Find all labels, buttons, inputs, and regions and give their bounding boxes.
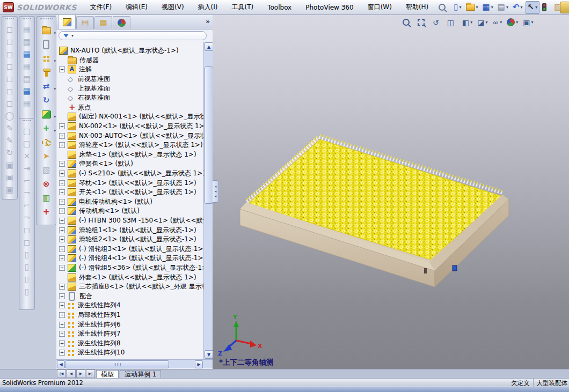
expand-toggle[interactable]: + <box>59 331 65 337</box>
save-button[interactable]: ▦ ▾ <box>481 2 495 13</box>
scroll-left-button[interactable]: ◀ <box>57 360 65 368</box>
tree-item[interactable]: + 派生线性阵列8 <box>56 338 203 348</box>
extend-tool-button[interactable]: ⇥ <box>19 162 34 175</box>
zoom-to-area-button[interactable]: ▾ <box>417 17 429 28</box>
view-tool-2-button[interactable]: ◻ <box>2 36 17 48</box>
scrollbar-thumb[interactable] <box>65 360 169 368</box>
search-icon[interactable] <box>439 4 446 11</box>
expand-toggle[interactable]: + <box>59 66 65 72</box>
scrollbar-thumb[interactable] <box>205 66 213 204</box>
tree-item[interactable]: + 原点 <box>56 103 203 113</box>
tree-item[interactable]: + 滑轮组1<1> (默认<默认_显示状态-1>) <box>56 225 203 235</box>
align-bottom-button[interactable]: ¬ <box>19 212 34 224</box>
assembly-visualization-button[interactable]: ▥ ▾ <box>37 191 56 205</box>
featuremanager-tab[interactable] <box>58 14 76 29</box>
tree-item[interactable]: + 派生线性阵列10 <box>56 348 203 358</box>
tree-item[interactable]: + (-) HTBN 300 S3M -150<1> (默认<<默认>_外 <box>56 216 203 226</box>
select-button[interactable]: ↖ ▾ <box>526 1 540 14</box>
space-evenly-1-button[interactable]: ◻ <box>19 224 34 236</box>
view-tool-5-button[interactable]: ◻ <box>2 73 17 85</box>
select-tool-1-button[interactable]: ▢ <box>19 125 34 138</box>
last-tab-button[interactable]: ▶| <box>86 369 95 378</box>
tree-item[interactable]: + 电机传动机构<1> (默认) <box>56 197 203 207</box>
design-table-button[interactable]: ▦ <box>19 24 34 36</box>
excel-bom-button[interactable]: ▦ <box>19 85 34 98</box>
view-tool-6-button[interactable]: ◻ <box>2 85 17 98</box>
scroll-right-button[interactable]: ▶ <box>195 360 203 368</box>
next-tab-button[interactable]: ▶ <box>76 369 85 378</box>
menu-item[interactable]: 编辑(E) <box>119 3 155 12</box>
expand-toggle[interactable]: + <box>59 180 65 186</box>
mirror-entities-button[interactable]: ▣ <box>2 159 17 172</box>
bom-table-button[interactable]: ▦ <box>19 48 34 61</box>
toolbar-grip[interactable] <box>23 120 31 124</box>
tree-item[interactable]: + (-) 滑轮组3<1> (默认<默认_显示状态-1>) <box>56 244 203 254</box>
select-tool-2-button[interactable]: ▢ <box>19 138 34 150</box>
expand-toggle[interactable]: + <box>59 322 65 328</box>
tree-item[interactable]: + 滑轮座<1> (默认<<默认>_显示状态 1>) <box>56 140 203 150</box>
propertymanager-tab[interactable]: ▤ <box>76 16 94 29</box>
menu-item[interactable]: PhotoView 360 <box>298 4 360 11</box>
tree-item[interactable]: + 弹簧包<1> (默认) <box>56 159 203 169</box>
align-pair-3-button[interactable]: ▯ <box>19 273 34 286</box>
expand-toggle[interactable]: + <box>59 123 65 129</box>
edit-appearance-button[interactable]: ▾ <box>506 17 519 28</box>
expand-toggle[interactable]: + <box>59 171 65 176</box>
pattern-entities-button[interactable]: ▣ <box>2 172 17 184</box>
expand-toggle[interactable]: + <box>59 199 65 205</box>
expand-toggle[interactable]: + <box>59 133 65 139</box>
scroll-down-button[interactable]: ▼ <box>205 350 213 359</box>
new-motion-study-button[interactable]: ▾ <box>37 135 56 149</box>
toolbar-grip[interactable] <box>23 18 31 22</box>
apply-scene-button[interactable]: ▣ ▾ <box>522 17 534 28</box>
expand-toggle[interactable]: + <box>59 284 65 290</box>
menu-item[interactable]: 窗口(W) <box>361 3 399 12</box>
expand-toggle[interactable]: + <box>59 302 65 308</box>
interference-detection-button[interactable]: ⊗ ▾ <box>37 177 56 191</box>
tree-item[interactable]: + 外套<1> (默认<<默认>_显示状态 1>) <box>56 272 203 282</box>
hole-table-button[interactable]: ▦ <box>19 36 34 48</box>
mate-button[interactable]: ▾ <box>37 38 56 51</box>
expand-toggle[interactable]: + <box>59 312 65 318</box>
tree-item[interactable]: + 局部线性阵列1 <box>56 310 203 320</box>
tree-item[interactable]: + 右视基准面 <box>56 93 203 103</box>
prev-tab-button[interactable]: ◀ <box>67 369 76 378</box>
menu-item[interactable]: 帮助(H) <box>399 3 435 12</box>
tree-item[interactable]: + 注解 <box>56 65 203 75</box>
menu-item[interactable]: 工具(T) <box>225 3 261 12</box>
smart-fasteners-button[interactable]: ▾ <box>37 65 56 79</box>
menu-item[interactable]: 文件(F) <box>83 3 119 12</box>
first-tab-button[interactable]: |◀ <box>57 369 66 378</box>
hide-show-items-button[interactable]: ∞ ▾ <box>492 17 504 28</box>
expand-toggle[interactable]: + <box>59 236 65 242</box>
tree-item[interactable]: + 前视基准面 <box>56 75 203 84</box>
tree-filter-box[interactable]: ▾ <box>59 31 207 40</box>
tree-item[interactable]: + 琴枕<1> (默认<<默认>_显示状态 1>) <box>56 178 203 188</box>
view-tool-3-button[interactable]: ◻ <box>2 48 17 61</box>
model-tab[interactable]: 模型 <box>96 370 119 379</box>
expand-toggle[interactable]: + <box>59 227 65 233</box>
view-tool-8-button[interactable]: ◯ <box>2 110 17 122</box>
performance-evaluation-button[interactable]: + ▾ <box>37 205 56 219</box>
scroll-up-button[interactable]: ▲ <box>205 42 213 51</box>
trim-tool-button[interactable]: × <box>19 150 34 162</box>
tree-horizontal-scrollbar[interactable]: ◀ ▶ <box>56 359 213 368</box>
status-lights-button[interactable]: ▾ <box>541 2 551 13</box>
expand-toggle[interactable]: + <box>59 255 65 261</box>
tree-item[interactable]: + 传感器 <box>56 56 203 65</box>
weldment-table-button[interactable]: ▦ <box>19 61 34 73</box>
panel-overflow-button[interactable]: » <box>206 18 210 25</box>
tree-item[interactable]: + (固定) NX-001<1> (默认<<默认>_显示状态 1 <box>56 112 203 122</box>
view-tool-7-button[interactable]: ◻ <box>2 98 17 110</box>
display-style-button[interactable]: ◪ ▾ <box>476 17 488 28</box>
power-socket[interactable] <box>453 265 457 271</box>
zoom-to-fit-button[interactable]: ▾ <box>402 17 414 28</box>
tree-item[interactable]: + NX-003-AUTO<1> (默认<<默认>_显示状态 1>) <box>56 131 203 140</box>
show-hidden-components-button[interactable]: ▾ <box>37 107 56 121</box>
move-with-triad-button[interactable]: ➤ ▾ <box>37 149 56 163</box>
tree-item[interactable]: + 上视基准面 <box>56 84 203 93</box>
align-pair-4-button[interactable]: ▯ <box>19 286 34 298</box>
assembly-reference-geometry-button[interactable]: + ▾ <box>37 121 56 135</box>
general-table-button[interactable]: ▦ <box>19 98 34 110</box>
tree-item[interactable]: + 开关<1> (默认<<默认>_显示状态 1>) <box>56 188 203 197</box>
